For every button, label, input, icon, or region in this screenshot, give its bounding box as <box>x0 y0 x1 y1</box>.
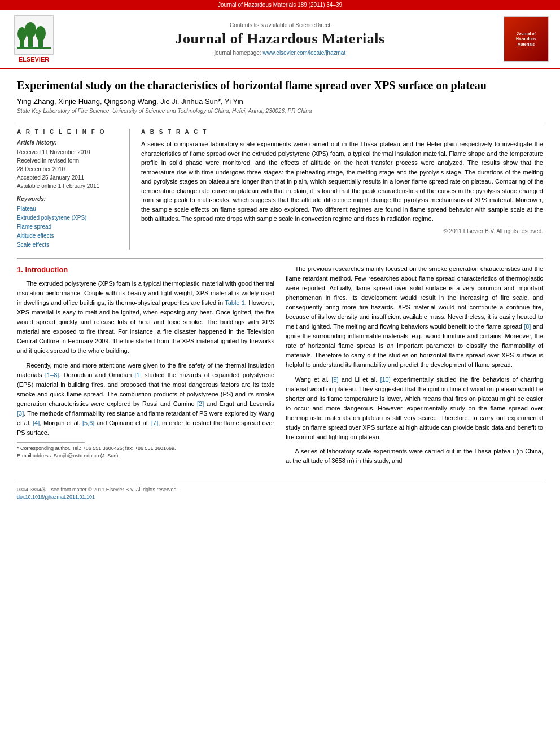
ref-4-link[interactable]: [4] <box>33 420 40 426</box>
intro-para-1: The extruded polystyrene (XPS) foam is a… <box>17 279 274 356</box>
introduction-heading: 1. Introduction <box>17 264 274 276</box>
svg-point-5 <box>36 26 46 41</box>
ref-1-8-link[interactable]: [1–8] <box>45 372 59 378</box>
section-divider <box>17 258 543 259</box>
table1-link[interactable]: Table 1 <box>225 299 245 306</box>
journal-header-center: Contents lists available at ScienceDirec… <box>56 22 504 56</box>
elsevier-logo: ELSEVIER <box>11 15 56 63</box>
keyword-scale: Scale effects <box>17 241 121 250</box>
abstract-text: A series of comparative laboratory-scale… <box>141 139 543 224</box>
ref-1-link[interactable]: [1] <box>135 372 142 378</box>
elsevier-tree-icon <box>17 20 51 51</box>
footnote-corresponding: * Corresponding author. Tel.: +86 551 36… <box>17 445 274 453</box>
top-bar: Journal of Hazardous Materials 189 (2011… <box>0 0 560 10</box>
article-info-abstract-section: A R T I C L E I N F O Article history: R… <box>17 123 543 250</box>
elsevier-logo-image <box>14 15 54 55</box>
intro-para-2: Recently, more and more attentions were … <box>17 361 274 438</box>
intro-para-4: Wang et al. [9] and Li et al. [10] exper… <box>286 375 543 442</box>
intro-para-3: The previous researches mainly focused o… <box>286 264 543 370</box>
contents-line: Contents lists available at ScienceDirec… <box>56 22 504 28</box>
ref-3-link[interactable]: [3] <box>17 410 24 417</box>
abstract-label: A B S T R A C T <box>141 129 543 135</box>
history-label: Article history: <box>17 139 121 146</box>
received-revised-label: Received in revised form <box>17 156 121 165</box>
intro-para-5: A series of laboratory-scale experiments… <box>286 447 543 466</box>
keyword-flame-spread: Flame spread <box>17 222 121 231</box>
affiliation: State Key Laboratory of Fire Science, Un… <box>17 108 543 114</box>
copyright-line: © 2011 Elsevier B.V. All rights reserved… <box>141 228 543 234</box>
keyword-altitude: Altitude effects <box>17 231 121 241</box>
ref-10-link[interactable]: [10] <box>380 376 390 383</box>
body-section: 1. Introduction The extruded polystyrene… <box>17 264 543 470</box>
svg-rect-6 <box>17 47 51 49</box>
ref-2-link[interactable]: [2] <box>197 400 204 407</box>
footnote-email: E-mail address: Sunjih@ustc.edu.cn (J. S… <box>17 452 274 460</box>
abstract-column: A B S T R A C T A series of comparative … <box>141 129 543 250</box>
journal-citation: Journal of Hazardous Materials 189 (2011… <box>218 2 342 8</box>
svg-point-3 <box>25 22 36 38</box>
journal-title: Journal of Hazardous Materials <box>56 30 504 47</box>
article-info-label: A R T I C L E I N F O <box>17 129 121 135</box>
paper-title: Experimental study on the characteristic… <box>17 78 543 93</box>
body-right-column: The previous researches mainly focused o… <box>286 264 543 470</box>
accepted-date: Accepted 25 January 2011 <box>17 173 121 182</box>
authors-line: Ying Zhang, Xinjie Huang, Qingsong Wang,… <box>17 97 543 106</box>
footnote-separator <box>17 442 85 443</box>
hazardous-materials-logo: Journal ofHazardousMaterials <box>504 16 549 62</box>
footer-issn: 0304-3894/$ – see front matter © 2011 El… <box>17 487 543 492</box>
ref-8-link[interactable]: [8] <box>524 323 531 330</box>
journal-url[interactable]: www.elsevier.com/locate/jhazmat <box>262 50 345 56</box>
keyword-xps: Extruded polystyrene (XPS) <box>17 213 121 222</box>
ref-56-link[interactable]: [5,6] <box>82 420 94 426</box>
article-info-column: A R T I C L E I N F O Article history: R… <box>17 129 130 250</box>
body-left-column: 1. Introduction The extruded polystyrene… <box>17 264 274 470</box>
keywords-label: Keywords: <box>17 196 121 202</box>
footer-doi: doi:10.1016/j.jhazmat.2011.01.101 <box>17 494 543 500</box>
received-date: Received 11 November 2010 <box>17 148 121 156</box>
main-content: Experimental study on the characteristic… <box>0 69 560 513</box>
footer: 0304-3894/$ – see front matter © 2011 El… <box>17 482 543 500</box>
received-revised-date: 28 December 2010 <box>17 165 121 173</box>
available-online: Available online 1 February 2011 <box>17 182 121 190</box>
journal-homepage: journal homepage: www.elsevier.com/locat… <box>56 50 504 56</box>
elsevier-label: ELSEVIER <box>19 56 49 63</box>
keyword-plateau: Plateau <box>17 204 121 213</box>
journal-header: ELSEVIER Contents lists available at Sci… <box>0 10 560 69</box>
ref-7-link[interactable]: [7] <box>151 420 158 426</box>
ref-9-link[interactable]: [9] <box>331 376 338 383</box>
